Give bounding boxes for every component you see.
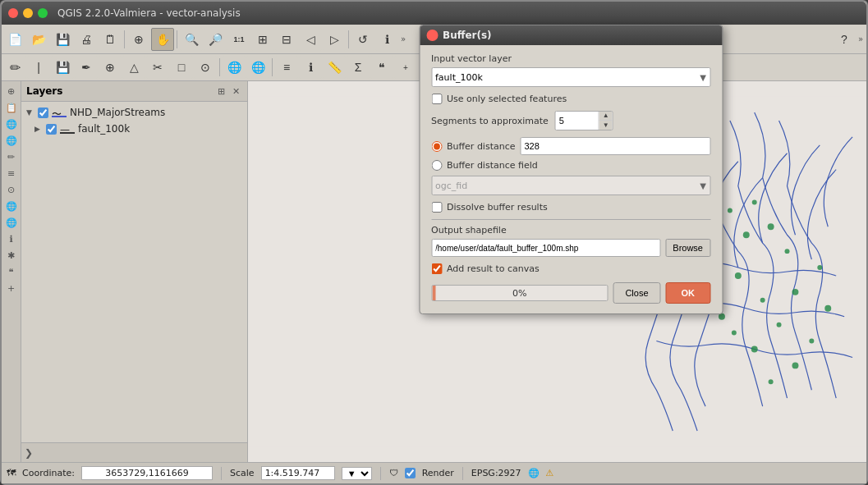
btn-ok[interactable]: OK <box>666 282 711 304</box>
expand-all-icon[interactable]: ❯ <box>25 447 33 459</box>
save-edits-btn[interactable]: 💾 <box>51 56 74 79</box>
add-layer-btn[interactable]: + <box>394 56 417 79</box>
ogc-fid-combobox[interactable]: ogc_fid ▼ <box>431 176 710 195</box>
side-icon-9[interactable]: 🌐 <box>5 216 18 229</box>
node-tool-btn[interactable]: △ <box>122 56 145 79</box>
svg-point-5 <box>752 199 757 204</box>
buffer-distance-radio-label: Buffer distance <box>447 141 516 152</box>
save-as-btn[interactable]: 🖨 <box>75 28 98 51</box>
svg-point-17 <box>824 305 831 312</box>
buffer-distance-field-label: Buffer distance field <box>447 160 538 171</box>
cut-btn[interactable]: □ <box>170 56 193 79</box>
output-row: /home/user/data/fault_buffer_100m.shp Br… <box>431 239 710 257</box>
dissolve-checkbox[interactable] <box>431 202 442 213</box>
side-icon-3[interactable]: 🌐 <box>5 117 18 130</box>
toolbar-sep3 <box>348 30 349 48</box>
segments-input[interactable]: 5 <box>556 114 599 127</box>
zoom-last-btn[interactable]: ◁ <box>299 28 322 51</box>
print-btn[interactable]: 🗒 <box>99 28 122 51</box>
svg-point-9 <box>760 298 765 303</box>
quote-btn[interactable]: ❝ <box>370 56 393 79</box>
warning-icon: ⚠ <box>546 468 554 478</box>
side-icon-6[interactable]: ≡ <box>5 167 18 180</box>
nhd-checkbox[interactable] <box>38 108 48 118</box>
side-icon-4[interactable]: 🌐 <box>5 134 18 147</box>
layers-panel-header: Layers ⊞ ✕ <box>21 81 247 102</box>
fault-expand-arrow[interactable]: ▶ <box>34 125 43 133</box>
dialog-close-x-btn[interactable] <box>426 30 438 41</box>
delete-btn[interactable]: ✂ <box>146 56 169 79</box>
side-icon-7[interactable]: ⊙ <box>5 183 18 196</box>
segments-spin-down[interactable]: ▼ <box>599 121 613 130</box>
buffer-distance-radio[interactable] <box>431 141 442 152</box>
side-icon-5[interactable]: ✏ <box>5 150 18 163</box>
side-icon-12[interactable]: ❝ <box>5 265 18 278</box>
segments-spin-up[interactable]: ▲ <box>599 112 613 121</box>
zoom-in-btn[interactable]: 🔍 <box>180 28 203 51</box>
globe-btn[interactable]: 🌐 <box>223 56 246 79</box>
save-btn[interactable]: 💾 <box>51 28 74 51</box>
use-selected-checkbox[interactable] <box>431 94 442 104</box>
fault-checkbox[interactable] <box>46 124 57 135</box>
draw-point-btn[interactable]: | <box>27 56 50 79</box>
render-checkbox[interactable] <box>405 468 416 478</box>
crs-icon[interactable]: 🌐 <box>528 468 540 478</box>
attr-table-btn[interactable]: ≡ <box>275 56 298 79</box>
side-icon-2[interactable]: 📋 <box>5 101 18 114</box>
svg-point-19 <box>792 362 798 368</box>
layer-item-fault[interactable]: ▶ — fault_100k <box>25 121 244 136</box>
new-file-btn[interactable]: 📄 <box>3 28 26 51</box>
digitize-btn[interactable]: ✒ <box>75 56 98 79</box>
use-selected-row: Use only selected features <box>431 94 710 104</box>
fault-layer-name: fault_100k <box>78 123 130 135</box>
nhd-expand-arrow[interactable]: ▼ <box>26 108 34 117</box>
refresh-btn[interactable]: ↺ <box>351 28 374 51</box>
combobox-arrow: ▼ <box>700 73 706 82</box>
coordinate-value-box: 3653729,1161669 <box>81 466 213 480</box>
layers-expand-btn[interactable]: ⊞ <box>214 85 227 98</box>
side-icon-13[interactable]: + <box>5 281 18 295</box>
help-btn[interactable]: ? <box>833 28 856 51</box>
window-max-btn[interactable] <box>38 8 48 18</box>
buffer-distance-field-radio[interactable] <box>431 160 442 171</box>
add-result-checkbox[interactable] <box>431 263 442 274</box>
copy-btn[interactable]: ⊙ <box>194 56 217 79</box>
side-icon-8[interactable]: 🌐 <box>5 199 18 213</box>
side-icon-1[interactable]: ⊕ <box>5 85 18 98</box>
layers-tree: ▼ 〜 NHD_MajorStreams ▶ — <box>21 102 247 442</box>
layers-collapse-btn[interactable]: ✕ <box>229 85 242 98</box>
btn-close[interactable]: Close <box>613 282 660 304</box>
toolbar-more-indicator: » <box>399 34 407 43</box>
window-min-btn[interactable] <box>23 8 33 18</box>
input-vector-combobox[interactable]: fault_100k ▼ <box>431 67 710 87</box>
side-icon-11[interactable]: ✱ <box>5 249 18 262</box>
layers-title: Layers <box>26 85 62 97</box>
browse-btn[interactable]: Browse <box>665 239 710 257</box>
buffer-distance-input[interactable]: 328 <box>521 137 711 155</box>
output-path-input[interactable]: /home/user/data/fault_buffer_100m.shp <box>431 239 660 257</box>
zoom-extent-btn[interactable]: ⊞ <box>251 28 274 51</box>
open-file-btn[interactable]: 📂 <box>27 28 50 51</box>
segments-label: Segments to approximate <box>431 116 549 126</box>
zoom-1-1-btn[interactable]: 1:1 <box>227 28 250 51</box>
layer-item-nhd[interactable]: ▼ 〜 NHD_MajorStreams <box>25 105 244 120</box>
zoom-out-btn[interactable]: 🔎 <box>204 28 227 51</box>
identify-btn[interactable]: ℹ <box>299 56 322 79</box>
coordinate-label: Coordinate: <box>22 468 75 478</box>
zoom-layer-btn[interactable]: ⊟ <box>275 28 298 51</box>
edit-btn[interactable]: ✏ <box>3 56 26 79</box>
window-close-btn[interactable] <box>8 8 18 18</box>
summary-btn[interactable]: Σ <box>347 56 370 79</box>
segments-spin-container: 5 ▲ ▼ <box>555 111 613 130</box>
pan-btn[interactable]: ✋ <box>151 28 174 51</box>
scale-dropdown[interactable]: ▼ <box>342 467 372 480</box>
measure-btn[interactable]: 📏 <box>323 56 346 79</box>
scale-label: Scale <box>230 468 255 478</box>
compose-btn[interactable]: ⊕ <box>127 28 150 51</box>
info-btn[interactable]: ℹ <box>375 28 398 51</box>
side-icon-10[interactable]: ℹ <box>5 232 18 245</box>
globe2-btn[interactable]: 🌐 <box>246 56 269 79</box>
move-btn[interactable]: ⊕ <box>99 56 122 79</box>
use-selected-label: Use only selected features <box>447 94 567 104</box>
zoom-next-btn[interactable]: ▷ <box>323 28 346 51</box>
